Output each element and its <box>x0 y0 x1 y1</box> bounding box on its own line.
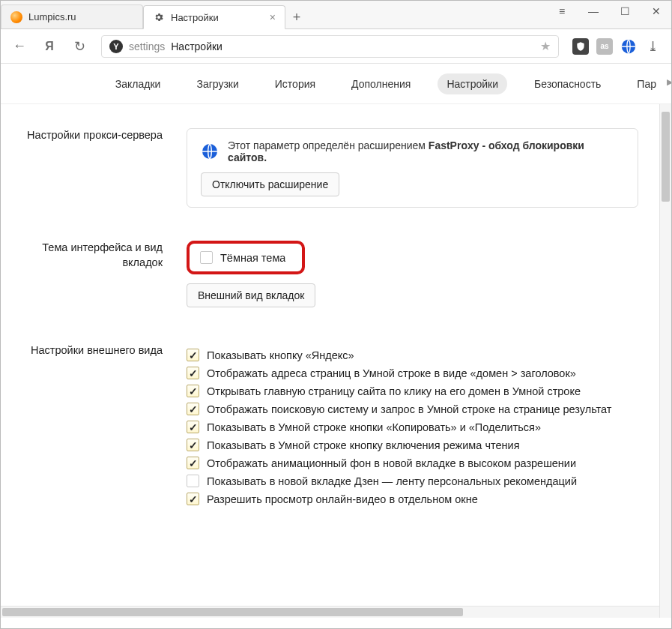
appearance-item-label: Показывать в Умной строке кнопку включен… <box>207 439 519 451</box>
section-label-appearance: Настройки внешнего вида <box>1 343 187 511</box>
appearance-item-label: Отображать анимационный фон в новой вкла… <box>207 457 576 469</box>
gear-icon <box>153 11 165 23</box>
yandex-home-button[interactable]: Я <box>41 40 58 53</box>
appearance-item-6[interactable]: ✓Отображать анимационный фон в новой вкл… <box>187 457 638 469</box>
section-theme: Тема интерфейса и вид вкладок Тёмная тем… <box>1 218 659 318</box>
favicon-lumpics <box>10 11 22 23</box>
appearance-item-8[interactable]: ✓Разрешить просмотр онлайн-видео в отдел… <box>187 493 638 505</box>
horizontal-scrollbar[interactable] <box>1 606 659 618</box>
section-appearance: Настройки внешнего вида ✓Показывать кноп… <box>1 318 659 521</box>
maximize-button[interactable]: ☐ <box>614 5 635 17</box>
shield-icon[interactable] <box>572 38 589 55</box>
appearance-item-0[interactable]: ✓Показывать кнопку «Яндекс» <box>187 349 638 361</box>
subnav-downloads[interactable]: Загрузки <box>187 73 247 94</box>
tab-title: Lumpics.ru <box>28 11 76 22</box>
subnav-security[interactable]: Безопасность <box>525 73 610 94</box>
site-badge-icon: Y <box>109 40 123 53</box>
highlight-dark-theme: Тёмная тема <box>187 241 305 274</box>
settings-content: Настройки прокси-сервера Этот параметр о… <box>1 104 659 618</box>
proxy-card: Этот параметр определён расширением Fast… <box>187 128 638 208</box>
checkbox[interactable]: ✓ <box>187 439 199 451</box>
check-icon: ✓ <box>189 458 198 469</box>
appearance-item-4[interactable]: ✓Показывать в Умной строке кнопки «Копир… <box>187 421 638 433</box>
section-proxy: Настройки прокси-сервера Этот параметр о… <box>1 118 659 218</box>
check-icon: ✓ <box>189 494 198 505</box>
proxy-text-prefix: Этот параметр определён расширением <box>228 139 429 151</box>
tabs-appearance-button[interactable]: Внешний вид вкладок <box>187 283 315 307</box>
tab-close-icon[interactable]: × <box>270 11 276 23</box>
appearance-item-label: Отображать адреса страниц в Умной строке… <box>207 367 576 379</box>
menu-button[interactable]: ≡ <box>551 5 572 17</box>
appearance-item-2[interactable]: ✓Открывать главную страницу сайта по кли… <box>187 385 638 397</box>
checkbox[interactable]: ✓ <box>187 349 199 361</box>
back-button[interactable]: ← <box>11 38 28 54</box>
check-icon: ✓ <box>189 404 198 415</box>
appearance-item-3[interactable]: ✓Отображать поисковую систему и запрос в… <box>187 403 638 415</box>
subnav-history[interactable]: История <box>266 73 324 94</box>
dark-theme-label: Тёмная тема <box>220 252 285 264</box>
check-icon: ✓ <box>189 422 198 433</box>
subnav-settings[interactable]: Настройки <box>438 73 507 94</box>
extension-icons: as ⤓ <box>572 38 661 55</box>
scrollbar-thumb[interactable] <box>662 112 670 202</box>
subnav-overflow[interactable]: Пар <box>628 73 658 94</box>
checkbox[interactable]: ✓ <box>187 457 199 469</box>
tab-lumpics[interactable]: Lumpics.ru <box>1 4 143 28</box>
check-icon: ✓ <box>189 440 198 451</box>
checkbox[interactable]: ✓ <box>187 385 199 397</box>
settings-subnav: Закладки Загрузки История Дополнения Нас… <box>1 64 671 104</box>
globe-icon <box>201 142 219 160</box>
extension-as-icon[interactable]: as <box>596 38 613 55</box>
checkbox[interactable]: ✓ <box>187 493 199 505</box>
reload-button[interactable]: ↻ <box>71 38 88 55</box>
new-tab-button[interactable]: + <box>285 6 308 28</box>
tab-settings[interactable]: Настройки × <box>143 5 285 29</box>
check-icon: ✓ <box>189 386 198 397</box>
downloads-button[interactable]: ⤓ <box>644 38 661 55</box>
appearance-item-label: Открывать главную страницу сайта по клик… <box>207 385 581 397</box>
appearance-item-1[interactable]: ✓Отображать адреса страниц в Умной строк… <box>187 367 638 379</box>
subnav-bookmarks[interactable]: Закладки <box>106 73 170 94</box>
checkbox-dark-theme[interactable] <box>200 251 213 264</box>
proxy-ext-name: FastProxy <box>429 139 479 151</box>
tab-strip: Lumpics.ru Настройки × + ≡ — ☐ ✕ <box>1 1 671 29</box>
appearance-item-label: Разрешить просмотр онлайн-видео в отдель… <box>207 493 478 505</box>
section-label-proxy: Настройки прокси-сервера <box>1 128 187 208</box>
horizontal-scrollbar-thumb[interactable] <box>2 608 463 616</box>
minimize-button[interactable]: — <box>583 5 604 17</box>
section-label-theme: Тема интерфейса и вид вкладок <box>1 241 187 307</box>
vertical-scrollbar[interactable] <box>659 104 671 618</box>
appearance-item-5[interactable]: ✓Показывать в Умной строке кнопку включе… <box>187 439 638 451</box>
bookmark-star-icon[interactable]: ★ <box>540 39 551 53</box>
omnibox-url-prefix: settings <box>129 40 165 52</box>
check-icon: ✓ <box>189 350 198 361</box>
disable-extension-button[interactable]: Отключить расширение <box>201 172 339 196</box>
appearance-item-label: Показывать в Умной строке кнопки «Копиро… <box>207 421 541 433</box>
globe-icon[interactable] <box>620 38 637 55</box>
appearance-item-label: Показывать в новой вкладке Дзен — ленту … <box>207 475 577 487</box>
dark-theme-checkbox-row[interactable]: Тёмная тема <box>200 251 285 264</box>
checkbox[interactable]: ✓ <box>187 421 199 433</box>
checkbox[interactable]: ✓ <box>187 367 199 379</box>
proxy-text: Этот параметр определён расширением Fast… <box>228 139 624 163</box>
appearance-item-7[interactable]: Показывать в новой вкладке Дзен — ленту … <box>187 475 638 487</box>
close-window-button[interactable]: ✕ <box>646 5 667 17</box>
checkbox[interactable] <box>187 475 199 487</box>
toolbar: ← Я ↻ Y settings Настройки ★ as ⤓ <box>1 29 671 64</box>
omnibox[interactable]: Y settings Настройки ★ <box>101 35 559 58</box>
window-controls: ≡ — ☐ ✕ <box>551 5 667 17</box>
tab-title: Настройки <box>171 12 219 23</box>
subnav-scroll-right-icon[interactable]: ▶ <box>667 77 672 87</box>
check-icon: ✓ <box>189 368 198 379</box>
subnav-addons[interactable]: Дополнения <box>342 73 420 94</box>
appearance-item-label: Показывать кнопку «Яндекс» <box>207 349 354 361</box>
checkbox[interactable]: ✓ <box>187 403 199 415</box>
appearance-item-label: Отображать поисковую систему и запрос в … <box>207 403 611 415</box>
omnibox-url-title: Настройки <box>171 40 223 52</box>
